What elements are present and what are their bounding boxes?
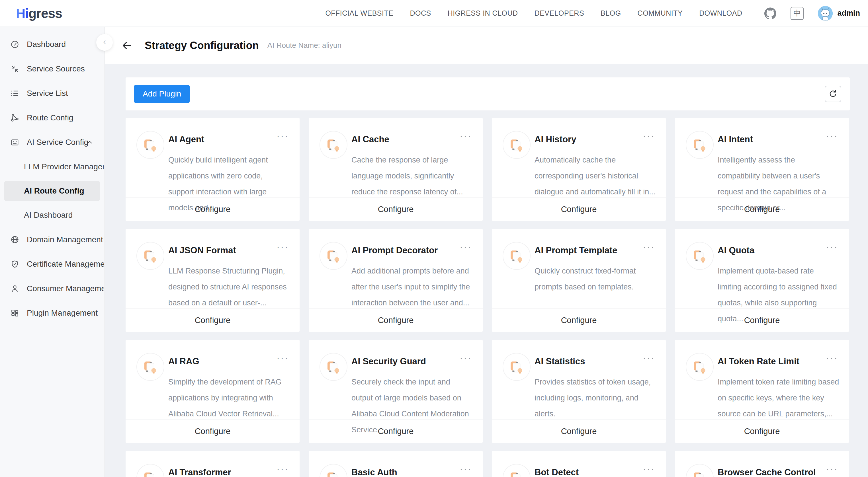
refresh-button[interactable] bbox=[825, 86, 841, 102]
sidebar-item-label: Certificate Management bbox=[27, 260, 104, 269]
configure-button[interactable]: Configure bbox=[309, 308, 483, 332]
configure-button[interactable]: Configure bbox=[492, 308, 666, 332]
user-name: admin bbox=[837, 9, 860, 18]
sidebar-item-service-sources[interactable]: Service Sources bbox=[0, 57, 104, 81]
more-menu-icon[interactable]: ··· bbox=[826, 463, 838, 474]
more-menu-icon[interactable]: ··· bbox=[826, 130, 838, 141]
nav-item-docs[interactable]: DOCS bbox=[410, 9, 431, 18]
plugin-card-basic-auth: Basic Auth ··· Configure bbox=[309, 451, 483, 477]
nav-item-community[interactable]: COMMUNITY bbox=[638, 9, 683, 18]
more-menu-icon[interactable]: ··· bbox=[643, 463, 655, 474]
sidebar-item-label: AI Service Config bbox=[27, 138, 88, 147]
configure-button[interactable]: Configure bbox=[309, 197, 483, 221]
plugin-card-description: Cache the response of large language mod… bbox=[351, 152, 473, 200]
more-menu-icon[interactable]: ··· bbox=[643, 352, 655, 363]
language-toggle-glyph: 中 bbox=[794, 8, 801, 18]
more-menu-icon[interactable]: ··· bbox=[826, 352, 838, 363]
nav-item-download[interactable]: DOWNLOAD bbox=[699, 9, 742, 18]
plugin-icon bbox=[319, 131, 347, 159]
sidebar-item-service-list[interactable]: Service List bbox=[0, 81, 104, 105]
configure-button[interactable]: Configure bbox=[492, 197, 666, 221]
sidebar-item-plugin-management[interactable]: Plugin Management bbox=[0, 301, 104, 325]
plugin-card-title: Bot Detect bbox=[534, 467, 579, 477]
plugin-card-description: Automatically cache the corresponding us… bbox=[534, 152, 656, 200]
logo-rest: gress bbox=[29, 6, 62, 21]
more-menu-icon[interactable]: ··· bbox=[460, 463, 472, 474]
sidebar-item-llm-provider-management[interactable]: LLM Provider Management bbox=[0, 155, 104, 179]
user-avatar bbox=[818, 6, 833, 21]
configure-button[interactable]: Configure bbox=[675, 419, 849, 443]
back-arrow-icon[interactable] bbox=[121, 40, 133, 51]
more-menu-icon[interactable]: ··· bbox=[643, 241, 655, 252]
sidebar-item-ai-dashboard[interactable]: AI Dashboard bbox=[0, 203, 104, 227]
sidebar-item-certificate-management[interactable]: Certificate Management bbox=[0, 252, 104, 276]
sidebar-item-domain-management[interactable]: Domain Management bbox=[0, 227, 104, 252]
configure-button[interactable]: Configure bbox=[309, 419, 483, 443]
more-menu-icon[interactable]: ··· bbox=[643, 130, 655, 141]
sidebar-item-route-config[interactable]: Route Config bbox=[0, 105, 104, 130]
configure-button[interactable]: Configure bbox=[675, 197, 849, 221]
header-icon-group: 中 admin bbox=[764, 6, 860, 21]
user-menu[interactable]: admin bbox=[818, 6, 860, 21]
certificate-icon bbox=[10, 260, 19, 269]
plugin-icon bbox=[686, 242, 714, 270]
plugin-icon bbox=[503, 464, 531, 477]
sidebar-item-ai-route-config[interactable]: AI Route Config bbox=[4, 181, 100, 201]
plugin-card-title: AI History bbox=[534, 134, 576, 145]
sidebar-item-ai-service-config[interactable]: AI Service Config bbox=[0, 130, 104, 155]
plugin-card-bot-detect: Bot Detect ··· Configure bbox=[492, 451, 666, 477]
more-menu-icon[interactable]: ··· bbox=[826, 241, 838, 252]
plugin-card-title: AI Security Guard bbox=[351, 356, 426, 367]
refresh-icon bbox=[829, 89, 838, 98]
plugin-card-ai-json-format: AI JSON Format ··· LLM Response Structur… bbox=[126, 229, 300, 332]
configure-button[interactable]: Configure bbox=[492, 419, 666, 443]
sidebar-item-label: Plugin Management bbox=[27, 309, 98, 318]
chevron-up-icon bbox=[86, 138, 93, 146]
more-menu-icon[interactable]: ··· bbox=[460, 352, 472, 363]
sidebar-item-consumer-management[interactable]: Consumer Management bbox=[0, 276, 104, 301]
more-menu-icon[interactable]: ··· bbox=[277, 241, 289, 252]
plugin-card-title: AI Cache bbox=[351, 134, 389, 145]
plugin-card-description: Provides statistics of token usage, incl… bbox=[534, 374, 656, 422]
plugin-icon bbox=[503, 353, 531, 381]
logo-hi: Hi bbox=[16, 6, 29, 21]
sidebar-item-label: Service List bbox=[27, 89, 68, 98]
plugin-card-title: AI Prompt Decorator bbox=[351, 245, 438, 256]
nav-item-developers[interactable]: DEVELOPERS bbox=[534, 9, 584, 18]
plugin-icon bbox=[503, 242, 531, 270]
more-menu-icon[interactable]: ··· bbox=[277, 130, 289, 141]
configure-button[interactable]: Configure bbox=[126, 419, 300, 443]
plugin-card-title: Basic Auth bbox=[351, 467, 397, 477]
plugin-card-title: AI JSON Format bbox=[168, 245, 236, 256]
plugin-icon bbox=[686, 464, 714, 477]
more-menu-icon[interactable]: ··· bbox=[460, 130, 472, 141]
plugin-card-ai-security-guard: AI Security Guard ··· Securely check the… bbox=[309, 340, 483, 443]
ai-service-config-icon bbox=[10, 138, 19, 147]
configure-button[interactable]: Configure bbox=[126, 197, 300, 221]
configure-button[interactable]: Configure bbox=[126, 308, 300, 332]
plugin-card-title: AI Intent bbox=[718, 134, 753, 145]
add-plugin-button[interactable]: Add Plugin bbox=[134, 85, 190, 103]
more-menu-icon[interactable]: ··· bbox=[277, 352, 289, 363]
service-sources-icon bbox=[10, 64, 19, 73]
plugin-icon bbox=[686, 131, 714, 159]
plugin-icon bbox=[136, 242, 164, 270]
language-toggle-icon[interactable]: 中 bbox=[790, 7, 804, 20]
route-config-icon bbox=[10, 113, 19, 122]
plugin-icon bbox=[686, 353, 714, 381]
more-menu-icon[interactable]: ··· bbox=[277, 463, 289, 474]
nav-item-higress-in-cloud[interactable]: HIGRESS IN CLOUD bbox=[448, 9, 518, 18]
sidebar-collapse-button[interactable]: ‹ bbox=[96, 34, 113, 51]
plugin-card-title: AI Quota bbox=[718, 245, 754, 256]
nav-item-blog[interactable]: BLOG bbox=[600, 9, 621, 18]
sidebar-item-label: LLM Provider Management bbox=[24, 162, 104, 171]
plugin-card-title: AI Statistics bbox=[534, 356, 585, 367]
sidebar-item-dashboard[interactable]: Dashboard bbox=[0, 32, 104, 57]
higress-logo[interactable]: Higress bbox=[16, 6, 62, 21]
github-icon[interactable] bbox=[764, 7, 776, 19]
plugin-card-ai-prompt-template: AI Prompt Template ··· Quickly construct… bbox=[492, 229, 666, 332]
configure-button[interactable]: Configure bbox=[675, 308, 849, 332]
more-menu-icon[interactable]: ··· bbox=[460, 241, 472, 252]
plugin-card-grid: AI Agent ··· Quickly build intelligent a… bbox=[126, 118, 850, 477]
nav-item-official-website[interactable]: OFFICIAL WEBSITE bbox=[325, 9, 393, 18]
